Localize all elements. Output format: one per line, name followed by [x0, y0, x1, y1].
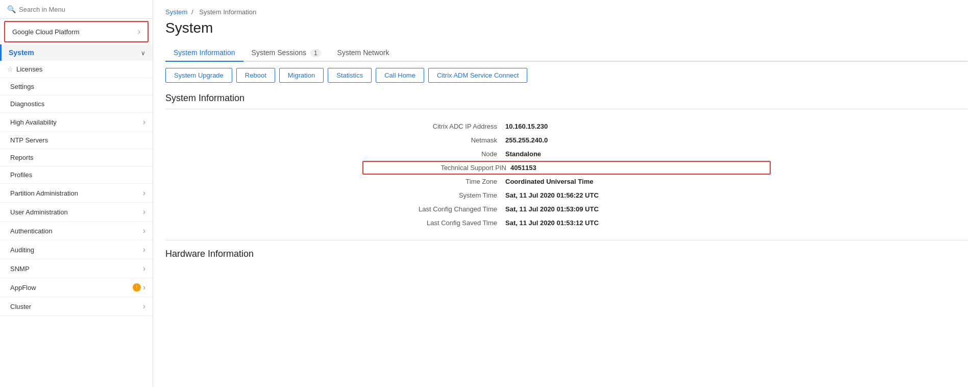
main-content: System / System Information System Syste…: [153, 0, 980, 387]
info-value-last-config-changed: Sat, 11 Jul 2020 01:53:09 UTC: [505, 205, 599, 213]
hardware-information-section: Hardware Information: [165, 240, 968, 259]
sidebar-item-label: Reports: [10, 154, 145, 161]
sidebar-item-settings[interactable]: Settings: [0, 78, 153, 95]
info-label-system-time: System Time: [362, 191, 505, 199]
breadcrumb: System / System Information: [165, 8, 968, 16]
sidebar-item-label: Diagnostics: [10, 100, 145, 108]
chevron-right-icon: [143, 302, 145, 311]
info-label-last-config-saved: Last Config Saved Time: [362, 219, 505, 227]
page-title: System: [165, 20, 968, 36]
system-info-heading: System Information: [165, 93, 968, 109]
info-row-technical-support-pin: Technical Support PIN 4051153: [362, 161, 771, 175]
sidebar-section-system[interactable]: System: [0, 44, 153, 61]
sidebar-item-cluster[interactable]: Cluster: [0, 297, 153, 316]
chevron-right-icon: [143, 245, 145, 254]
info-row-netmask: Netmask 255.255.240.0: [362, 133, 771, 147]
reboot-button[interactable]: Reboot: [236, 68, 275, 83]
sidebar-item-label: SNMP: [10, 265, 143, 273]
search-input[interactable]: [19, 6, 145, 13]
info-value-citrix-adc-ip: 10.160.15.230: [505, 123, 548, 130]
sidebar-item-profiles[interactable]: Profiles: [0, 166, 153, 184]
hardware-info-heading: Hardware Information: [165, 240, 968, 259]
chevron-right-icon: [143, 283, 145, 292]
citrix-adm-service-connect-button[interactable]: Citrix ADM Service Connect: [428, 68, 527, 83]
chevron-right-icon: [143, 117, 145, 127]
warning-badge: !: [133, 283, 141, 292]
info-row-last-config-saved: Last Config Saved Time Sat, 11 Jul 2020 …: [362, 216, 771, 230]
info-value-last-config-saved: Sat, 11 Jul 2020 01:53:12 UTC: [505, 219, 599, 227]
info-label-node: Node: [362, 150, 505, 158]
info-label-last-config-changed: Last Config Changed Time: [362, 205, 505, 213]
info-row-node: Node Standalone: [362, 147, 771, 161]
tabs-row: System Information System Sessions 1 Sys…: [165, 44, 968, 62]
breadcrumb-parent[interactable]: System: [165, 8, 187, 16]
sidebar-item-label: Licenses: [16, 65, 145, 73]
info-label-time-zone: Time Zone: [362, 178, 505, 185]
search-container: 🔍: [0, 0, 153, 19]
session-count-badge: 1: [310, 49, 321, 57]
sidebar-item-appflow[interactable]: AppFlow !: [0, 278, 153, 297]
info-row-time-zone: Time Zone Coordinated Universal Time: [362, 175, 771, 188]
sidebar-item-gcp[interactable]: Google Cloud Platform: [4, 21, 149, 42]
system-section-label: System: [9, 49, 34, 57]
sidebar-item-label: High Availability: [10, 118, 143, 126]
tab-system-sessions[interactable]: System Sessions 1: [243, 44, 329, 62]
call-home-button[interactable]: Call Home: [376, 68, 424, 83]
tab-system-information[interactable]: System Information: [165, 44, 243, 62]
info-value-system-time: Sat, 11 Jul 2020 01:56:22 UTC: [505, 191, 599, 199]
info-row-system-time: System Time Sat, 11 Jul 2020 01:56:22 UT…: [362, 188, 771, 202]
sidebar-item-licenses[interactable]: ☆ Licenses: [0, 61, 153, 78]
system-upgrade-button[interactable]: System Upgrade: [165, 68, 232, 83]
chevron-right-icon: [143, 207, 145, 216]
sidebar-item-label: AppFlow: [10, 284, 133, 292]
info-row-last-config-changed: Last Config Changed Time Sat, 11 Jul 202…: [362, 202, 771, 216]
sidebar-item-label: Settings: [10, 83, 145, 90]
system-information-section: System Information Citrix ADC IP Address…: [165, 93, 968, 240]
sidebar-item-partition-administration[interactable]: Partition Administration: [0, 184, 153, 203]
info-row-citrix-adc-ip: Citrix ADC IP Address 10.160.15.230: [362, 119, 771, 133]
tab-system-network[interactable]: System Network: [329, 44, 398, 62]
system-info-table: Citrix ADC IP Address 10.160.15.230 Netm…: [362, 119, 771, 230]
sidebar-item-label: Profiles: [10, 171, 145, 179]
chevron-right-icon: [143, 226, 145, 235]
info-value-node: Standalone: [505, 150, 541, 158]
sidebar-item-label: Cluster: [10, 303, 143, 310]
search-icon: 🔍: [7, 5, 16, 13]
sidebar-item-diagnostics[interactable]: Diagnostics: [0, 95, 153, 113]
info-value-netmask: 255.255.240.0: [505, 136, 548, 144]
sidebar: 🔍 Google Cloud Platform System ☆ License…: [0, 0, 153, 387]
sidebar-item-label: NTP Servers: [10, 136, 145, 144]
sidebar-item-reports[interactable]: Reports: [0, 149, 153, 166]
star-icon: ☆: [7, 65, 13, 73]
chevron-right-icon: [143, 264, 145, 273]
breadcrumb-current: System Information: [199, 8, 256, 16]
sidebar-item-snmp[interactable]: SNMP: [0, 259, 153, 278]
sidebar-item-label: Partition Administration: [10, 189, 143, 197]
info-label-technical-support-pin: Technical Support PIN: [368, 164, 510, 172]
migration-button[interactable]: Migration: [279, 68, 324, 83]
statistics-button[interactable]: Statistics: [328, 68, 372, 83]
breadcrumb-separator: /: [191, 8, 193, 16]
sidebar-item-label: Auditing: [10, 246, 143, 254]
gcp-chevron-icon: [138, 27, 140, 36]
system-chevron-icon: [141, 49, 145, 57]
chevron-right-icon: [143, 188, 145, 198]
sidebar-item-label: Authentication: [10, 227, 143, 235]
gcp-label: Google Cloud Platform: [12, 28, 80, 36]
sidebar-item-user-administration[interactable]: User Administration: [0, 203, 153, 222]
info-label-citrix-adc-ip: Citrix ADC IP Address: [362, 123, 505, 130]
sidebar-item-high-availability[interactable]: High Availability: [0, 113, 153, 132]
sidebar-item-authentication[interactable]: Authentication: [0, 222, 153, 240]
info-value-technical-support-pin: 4051153: [510, 164, 536, 172]
info-value-time-zone: Coordinated Universal Time: [505, 178, 593, 185]
sidebar-item-auditing[interactable]: Auditing: [0, 240, 153, 259]
info-label-netmask: Netmask: [362, 136, 505, 144]
action-buttons-row: System Upgrade Reboot Migration Statisti…: [165, 68, 968, 83]
sidebar-item-ntp-servers[interactable]: NTP Servers: [0, 132, 153, 149]
sidebar-item-label: User Administration: [10, 208, 143, 216]
